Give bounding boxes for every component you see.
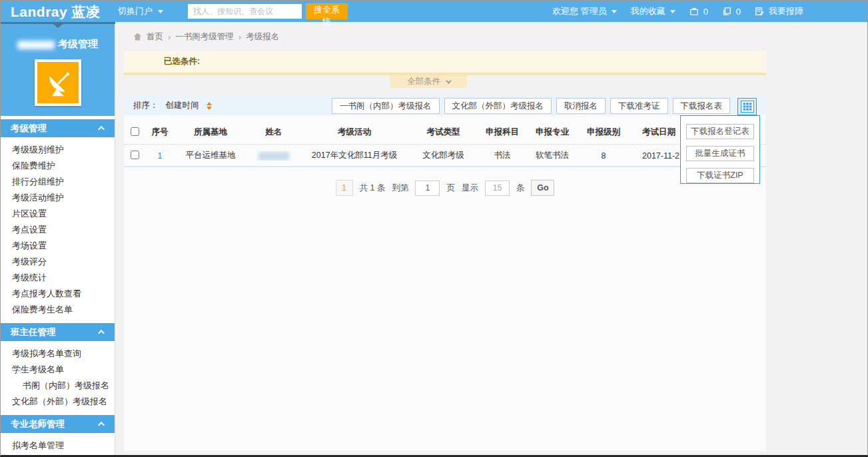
page-size-input[interactable] xyxy=(485,181,510,196)
sidebar-section-label: 专业老师管理 xyxy=(11,418,65,430)
row-checkbox-cell xyxy=(124,151,146,161)
docs-counter[interactable]: 0 xyxy=(722,7,741,17)
sort-control: 排序： 创建时间 xyxy=(133,100,212,111)
dropdown-action-button[interactable]: 下载报名登记表 xyxy=(686,124,754,139)
cell-level: 8 xyxy=(578,151,629,161)
welcome-user-label: 欢迎您 管理员 xyxy=(552,5,607,17)
pagination: 1 共 1 条 到第 页 显示 条 Go xyxy=(124,179,766,197)
sidebar-section-header[interactable]: 班主任管理 xyxy=(1,323,115,341)
toolbar: 排序： 创建时间 一书阁（内部）考级报名文化部（外部）考级报名取消报名下载准考证… xyxy=(124,96,766,115)
sidebar-menu: 考级级别维护保险费维护排行分组维护考级活动维护片区设置考点设置考场设置考级评分考… xyxy=(1,137,115,320)
sidebar-item[interactable]: 保险费考生名单 xyxy=(1,302,115,318)
sidebar-menu: 拟考名单管理 xyxy=(1,433,115,456)
row-number-link[interactable]: 1 xyxy=(158,151,163,161)
sidebar: 考级管理 考级管理考级级别维护保险费维护排行分组维护考级活动维护片区设置考点设置… xyxy=(1,22,115,455)
page-number-input[interactable] xyxy=(415,181,440,196)
sidebar-section-header[interactable]: 考级管理 xyxy=(1,119,115,137)
sort-direction-toggle[interactable] xyxy=(207,102,212,110)
sidebar-section-header[interactable]: 专业老师管理 xyxy=(1,415,115,433)
chevron-down-icon xyxy=(158,10,163,13)
sidebar-item[interactable]: 片区设置 xyxy=(1,206,115,222)
page-number-button[interactable]: 1 xyxy=(336,180,353,196)
unit-label: 条 xyxy=(516,183,525,194)
sidebar-section-label: 考级管理 xyxy=(11,123,47,135)
sidebar-item[interactable]: 考级评分 xyxy=(1,254,115,270)
table-row: 1平台运维基地2017年文化部11月考级文化部考级书法软笔书法82017-11-… xyxy=(124,145,766,167)
page-unit-label: 页 xyxy=(446,183,455,194)
breadcrumb-link[interactable]: 一书阁考级管理 xyxy=(175,31,234,43)
sidebar-item[interactable]: 排行分组维护 xyxy=(1,174,115,190)
chevron-down-icon xyxy=(446,78,451,83)
sidebar-item[interactable]: 考级拟考名单查询 xyxy=(1,346,115,362)
sidebar-item[interactable]: 拟考名单管理 xyxy=(1,438,115,454)
toolbar-button[interactable]: 文化部（外部）考级报名 xyxy=(444,98,552,114)
cell-seq[interactable]: 1 xyxy=(146,151,174,161)
user-menu[interactable]: 欢迎您 管理员 xyxy=(552,5,617,17)
all-conditions-label: 全部条件 xyxy=(407,76,440,87)
redacted-name-blur xyxy=(258,152,289,161)
briefcase-icon xyxy=(689,7,699,16)
search-all-button[interactable]: 搜全系统 xyxy=(306,3,348,19)
tasks-counter[interactable]: 0 xyxy=(689,7,708,17)
chevron-up-icon xyxy=(98,330,105,336)
toolbar-button[interactable]: 下载报名表 xyxy=(673,98,731,114)
cell-activity: 2017年文化部11月考级 xyxy=(300,150,408,161)
more-actions-grid-button[interactable] xyxy=(737,98,757,115)
tasks-count: 0 xyxy=(703,7,708,17)
portal-switch-menu[interactable]: 切换门户 xyxy=(118,1,163,22)
favorites-menu[interactable]: 我的收藏 xyxy=(631,5,675,17)
column-header: 申报级别 xyxy=(578,127,629,138)
row-checkbox[interactable] xyxy=(131,151,139,159)
breadcrumb-items: 首页›一书阁考级管理›考级报名 xyxy=(147,31,279,43)
global-search-input[interactable] xyxy=(188,4,302,19)
breadcrumb: 首页›一书阁考级管理›考级报名 xyxy=(133,31,279,43)
breadcrumb-link[interactable]: 考级报名 xyxy=(246,31,279,43)
satellite-dish-icon xyxy=(43,68,73,97)
toolbar-button[interactable]: 下载准考证 xyxy=(610,98,668,114)
breadcrumb-separator: › xyxy=(238,32,241,42)
sidebar-sections: 考级管理考级级别维护保险费维护排行分组维护考级活动维护片区设置考点设置考场设置考… xyxy=(1,119,115,456)
sidebar-item[interactable]: 文化部（外部）考级报名 xyxy=(1,394,115,410)
total-count-label: 共 1 条 xyxy=(360,183,386,194)
sidebar-item[interactable]: 考级统计 xyxy=(1,270,115,286)
dropdown-action-button[interactable]: 下载证书ZIP xyxy=(686,168,754,183)
grid-icon xyxy=(741,101,754,113)
toolbar-button[interactable]: 取消报名 xyxy=(556,98,606,114)
more-actions-dropdown: 下载报名登记表批量生成证书下载证书ZIP xyxy=(680,115,760,184)
portal-switch-label: 切换门户 xyxy=(118,5,153,17)
column-header: 序号 xyxy=(146,127,174,138)
table-header: 序号所属基地姓名考级活动考试类型申报科目申报专业申报级别考试日期 xyxy=(124,121,766,145)
sidebar-item[interactable]: 学生考级名单 xyxy=(1,362,115,378)
sort-field[interactable]: 创建时间 xyxy=(166,100,199,111)
home-icon[interactable] xyxy=(133,33,142,41)
dropdown-action-button[interactable]: 批量生成证书 xyxy=(686,146,754,161)
sidebar-item[interactable]: 考点报考人数查看 xyxy=(1,286,115,302)
breadcrumb-link[interactable]: 首页 xyxy=(147,31,163,43)
report-pen-icon xyxy=(755,7,764,16)
main-area: 首页›一书阁考级管理›考级报名 已选条件: 全部条件 排序： 创建时间 一书阁（… xyxy=(115,22,867,455)
documents-icon xyxy=(722,7,731,16)
toolbar-button[interactable]: 一书阁（内部）考级报名 xyxy=(332,98,440,114)
sidebar-item[interactable]: 考点设置 xyxy=(1,222,115,238)
column-header: 姓名 xyxy=(247,127,300,138)
sort-label: 排序： xyxy=(133,100,159,111)
report-issue-link[interactable]: 我要报障 xyxy=(755,5,803,17)
column-header: 考试类型 xyxy=(408,127,478,138)
cell-major: 软笔书法 xyxy=(526,150,578,161)
sidebar-item[interactable]: 考级活动维护 xyxy=(1,190,115,206)
selected-conditions-label: 已选条件: xyxy=(124,51,766,72)
chevron-up-icon xyxy=(98,126,105,133)
sidebar-item[interactable]: 保险费维护 xyxy=(1,158,115,174)
column-header: 考级活动 xyxy=(300,127,408,138)
go-button[interactable]: Go xyxy=(531,180,554,196)
all-conditions-toggle[interactable]: 全部条件 xyxy=(390,75,467,88)
sidebar-menu: 考级拟考名单查询学生考级名单书阁（内部）考级报名文化部（外部）考级报名 xyxy=(1,341,115,412)
select-all-checkbox[interactable] xyxy=(131,127,139,136)
topbar: Landray 蓝凌 切换门户 搜全系统 欢迎您 管理员 我的收藏 0 xyxy=(1,1,867,22)
cell-exam_type: 文化部考级 xyxy=(408,150,478,161)
sidebar-item[interactable]: 考场设置 xyxy=(1,238,115,254)
sidebar-item[interactable]: 书阁（内部）考级报名 xyxy=(1,378,115,394)
landray-logo: Landray 蓝凌 xyxy=(11,3,101,21)
sidebar-item[interactable]: 考级级别维护 xyxy=(1,142,115,158)
breadcrumb-separator: › xyxy=(168,32,171,42)
